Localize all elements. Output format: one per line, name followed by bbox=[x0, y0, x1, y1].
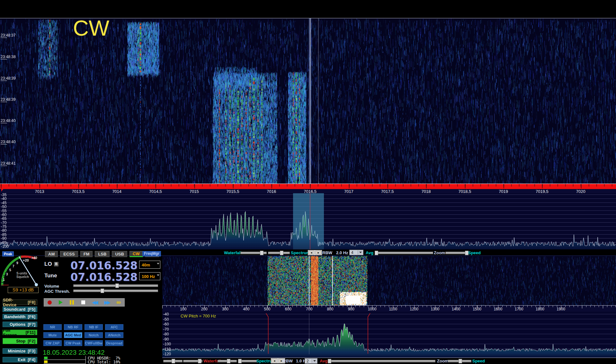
freqbar-major-ticks bbox=[0, 184, 616, 188]
band-select[interactable]: 40m bbox=[139, 261, 160, 269]
audio-wf-slider-1[interactable] bbox=[163, 360, 183, 362]
audio-scale-label: 100 bbox=[180, 307, 186, 311]
audio-zoom-label: Zoom bbox=[437, 359, 448, 363]
dsp-button-agc-med[interactable]: AGC Med bbox=[64, 332, 82, 338]
audio-scale-label: 200 bbox=[201, 307, 208, 311]
sys-button-sdr-device[interactable]: SDR-Device[F8] bbox=[3, 299, 37, 305]
mode-overlay-text: CW bbox=[73, 15, 109, 40]
rf-waterfall-brightness-slider[interactable] bbox=[240, 252, 267, 254]
fast-forward-icon[interactable]: ▶▶ bbox=[104, 300, 110, 305]
rf-speed-label: Speed bbox=[468, 250, 481, 255]
audio-scale-label: 1100 bbox=[389, 307, 397, 311]
audio-scale-label: 1500 bbox=[473, 307, 481, 311]
frequency-scale-bar[interactable] bbox=[0, 184, 616, 189]
smeter-scale-label: S-units bbox=[16, 272, 27, 275]
audio-zoom-slider[interactable] bbox=[448, 360, 471, 362]
chevron-down-icon[interactable] bbox=[157, 274, 159, 282]
volume-slider[interactable] bbox=[73, 284, 158, 287]
audio-waterfall[interactable] bbox=[162, 256, 616, 305]
sys-button-options[interactable]: Options[F7] bbox=[3, 322, 37, 327]
stop-icon[interactable] bbox=[81, 300, 85, 304]
sys-button-key: [F11] bbox=[26, 330, 35, 335]
spin-right-icon: ► bbox=[315, 250, 322, 255]
dsp-button-cw-zap[interactable]: CW ZAP bbox=[43, 340, 62, 346]
dsp-button-mute[interactable]: Mute bbox=[43, 332, 62, 338]
agc-threshold-slider[interactable] bbox=[73, 290, 158, 292]
mode-button-usb[interactable]: USB bbox=[112, 251, 127, 257]
dsp-button-cwfullbw[interactable]: CWFullBw bbox=[85, 340, 103, 346]
sys-button-exit[interactable]: Exit[F4] bbox=[3, 357, 37, 362]
sys-button-key: [F3] bbox=[28, 349, 35, 353]
chevron-down-icon[interactable] bbox=[312, 359, 317, 363]
rf-spectrum[interactable] bbox=[0, 193, 616, 249]
dsp-buttons-grid: NRNB RFNB IFAFCMuteAGC MedNotchANotchCW … bbox=[43, 324, 123, 346]
audio-db-label: -90 bbox=[163, 337, 169, 342]
lo-frequency-display[interactable]: 07.016.528 bbox=[44, 259, 138, 272]
volume-label: Volume bbox=[44, 284, 59, 289]
sys-button-soundcard[interactable]: Soundcard[F5] bbox=[3, 307, 37, 312]
audio-scale-label: 1700 bbox=[515, 307, 523, 311]
loop-icon[interactable]: ∞ bbox=[116, 299, 121, 305]
rf-avg-combo[interactable]: 4 bbox=[349, 250, 363, 255]
s-meter: 13579+20+40S-unitsSquelch bbox=[0, 255, 43, 287]
smeter-scale-label: 3 bbox=[6, 273, 8, 276]
audio-avg-slider[interactable] bbox=[328, 360, 435, 362]
audio-wf-slider-2[interactable] bbox=[183, 360, 202, 362]
step-select[interactable]: 100 Hz bbox=[139, 272, 160, 280]
tune-frequency-display[interactable]: 07.016.528 bbox=[44, 271, 138, 283]
record-icon[interactable] bbox=[48, 300, 52, 305]
rewind-icon[interactable]: ◀◀ bbox=[92, 300, 97, 305]
mode-button-lsb[interactable]: LSB bbox=[95, 251, 110, 257]
play-icon[interactable] bbox=[59, 300, 63, 305]
audio-db-label: -60 bbox=[163, 322, 169, 326]
rf-zoom-label: Zoom bbox=[434, 250, 445, 255]
step-select-value: 100 Hz bbox=[142, 274, 155, 279]
dsp-button-notch[interactable]: Notch bbox=[85, 332, 103, 338]
chevron-down-icon[interactable] bbox=[358, 250, 363, 255]
chevron-down-icon[interactable] bbox=[157, 263, 159, 271]
audio-scale-label: 1200 bbox=[410, 307, 418, 311]
audio-scale-label: 1000 bbox=[368, 307, 377, 311]
audio-control-bar: Waterfall Spectrum ◄► RBW 1.0 Hz 2 Avg Z… bbox=[162, 358, 616, 364]
rf-spectrum-spinner[interactable]: ◄► bbox=[308, 250, 322, 255]
freqmgr-button[interactable]: FreqMgr bbox=[142, 251, 161, 256]
rf-avg-slider[interactable] bbox=[375, 252, 433, 254]
dsp-button-nr[interactable]: NR bbox=[43, 324, 62, 330]
audio-sp-slider-2[interactable] bbox=[238, 360, 257, 362]
dsp-button-afc[interactable]: AFC bbox=[105, 324, 123, 330]
dsp-button-nb-rf[interactable]: NB RF bbox=[64, 324, 82, 330]
mode-button-fm[interactable]: FM bbox=[80, 251, 93, 257]
rf-waterfall-contrast-slider[interactable] bbox=[268, 252, 290, 254]
dsp-button-nb-if[interactable]: NB IF bbox=[85, 324, 103, 330]
pause-icon[interactable] bbox=[70, 300, 74, 305]
rf-waterfall[interactable] bbox=[0, 18, 616, 184]
waterfall-timestamp: 23:48:40 bbox=[1, 140, 16, 144]
sys-button-full-screen[interactable]: Full Screen[F11] bbox=[3, 330, 37, 335]
dsp-button-despread[interactable]: Despread bbox=[105, 340, 123, 346]
audio-avg-combo[interactable]: 2 bbox=[305, 358, 317, 364]
mode-button-cw[interactable]: CW bbox=[129, 251, 143, 257]
audio-scale-label: 500 bbox=[264, 307, 270, 311]
audio-db-label: -40 bbox=[163, 312, 169, 316]
audio-scale-label: 300 bbox=[222, 307, 228, 311]
audio-spectrum[interactable] bbox=[162, 312, 616, 358]
mode-button-ecss[interactable]: ECSS bbox=[60, 251, 78, 257]
audio-avg-combo-value: 2 bbox=[307, 359, 309, 363]
smeter-scale-label: 1 bbox=[3, 278, 5, 282]
sys-button-key: [F4] bbox=[28, 357, 35, 362]
dsp-button-anotch[interactable]: ANotch bbox=[105, 332, 123, 338]
waterfall-timestamp: 23:48:39 bbox=[1, 76, 16, 81]
hdsdr-window: 23:48:3723:48:3823:48:3923:48:3923:48:40… bbox=[0, 0, 616, 364]
mode-button-am[interactable]: AM bbox=[45, 251, 58, 257]
sys-button-key: [F6] bbox=[28, 314, 35, 319]
waterfall-timestamp: 23:48:41 bbox=[1, 161, 16, 166]
sys-button-stop[interactable]: Stop[F2] bbox=[3, 338, 37, 344]
audio-scale-label: 1600 bbox=[494, 307, 502, 311]
sys-button-bandwidth[interactable]: Bandwidth[F6] bbox=[3, 314, 37, 319]
audio-sp-slider-1[interactable] bbox=[218, 360, 237, 362]
dsp-button-cw-peak[interactable]: CW Peak bbox=[64, 340, 82, 346]
sys-button-minimize[interactable]: Minimize[F3] bbox=[3, 348, 37, 354]
audio-scale-label: 700 bbox=[306, 307, 312, 311]
sys-button-label: Bandwidth bbox=[4, 314, 25, 319]
rf-zoom-slider[interactable] bbox=[445, 252, 467, 254]
